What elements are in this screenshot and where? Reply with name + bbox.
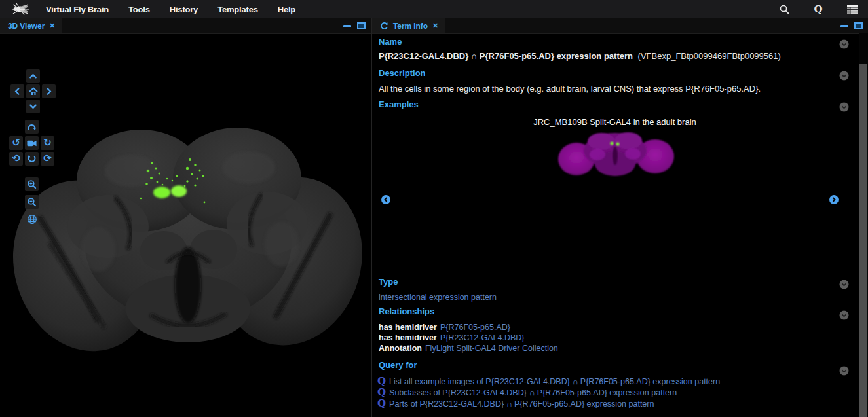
zoom-out-button[interactable] <box>25 195 39 209</box>
relationship-link[interactable]: P{R76F05-p65.AD} <box>440 323 510 332</box>
query-link[interactable]: Subclasses of P{R23C12-GAL4.DBD} ∩ P{R76… <box>389 388 677 397</box>
pan-left-button[interactable] <box>10 84 24 98</box>
term-info-content: Name P{R23C12-GAL4.DBD} ∩ P{R76F05-p65.A… <box>372 33 868 417</box>
viewer-panel: 3D Viewer ✕ <box>0 18 372 417</box>
collapse-chevron-icon[interactable] <box>839 71 849 81</box>
section-heading-query-for: Query for <box>379 360 417 370</box>
relationship-label: Annotation <box>379 344 422 353</box>
section-heading-description: Description <box>379 68 426 78</box>
viewer-tabbar: 3D Viewer ✕ <box>0 18 371 34</box>
maximize-icon[interactable] <box>357 22 366 29</box>
example-image-caption: JRC_MB109B Split-GAL4 in the adult brain <box>372 117 858 127</box>
zoom-in-button[interactable] <box>25 177 39 191</box>
menu-item-history[interactable]: History <box>170 5 198 14</box>
section-heading-name: Name <box>379 37 402 46</box>
relationship-row: has hemidriverP{R76F05-p65.AD} <box>379 323 510 332</box>
term-name-id: (VFBexp_FBtp0099469FBtp0099561) <box>638 51 781 61</box>
close-icon[interactable]: ✕ <box>49 22 55 29</box>
term-name-value: P{R23C12-GAL4.DBD} ∩ P{R76F05-p65.AD} ex… <box>379 51 781 61</box>
history-icon[interactable] <box>380 22 388 30</box>
menu-item-tools[interactable]: Tools <box>128 5 150 14</box>
carousel-prev-icon[interactable] <box>381 195 390 204</box>
query-icon[interactable]: Q <box>812 3 825 16</box>
rotate-left-button[interactable]: ↺ <box>9 136 23 150</box>
camera-button[interactable] <box>25 136 39 150</box>
minimize-icon[interactable] <box>840 25 848 27</box>
query-row: Q List all example images of P{R23C12-GA… <box>377 376 720 386</box>
collapse-chevron-icon[interactable] <box>839 102 849 112</box>
globe-button[interactable] <box>25 212 39 226</box>
section-heading-relationships: Relationships <box>379 306 434 316</box>
rotate-right-button[interactable]: ↻ <box>41 136 54 150</box>
relationship-link[interactable]: P{R23C12-GAL4.DBD} <box>440 333 525 342</box>
pan-right-button[interactable] <box>42 84 56 98</box>
fly-logo-icon[interactable] <box>9 1 31 17</box>
pan-up-button[interactable] <box>26 69 40 83</box>
query-link[interactable]: List all example images of P{R23C12-GAL4… <box>389 377 720 386</box>
section-heading-examples: Examples <box>379 100 419 109</box>
collapse-chevron-icon[interactable] <box>839 39 849 49</box>
pan-down-button[interactable] <box>26 100 40 113</box>
viewer-tab-label: 3D Viewer <box>8 22 45 31</box>
close-icon[interactable]: ✕ <box>432 22 438 29</box>
scrollbar-thumb[interactable] <box>859 64 867 417</box>
relationship-link[interactable]: FlyLight Split-GAL4 Driver Collection <box>425 344 558 353</box>
query-icon[interactable]: Q <box>377 399 386 408</box>
query-row: Q Parts of P{R23C12-GAL4.DBD} ∩ P{R76F05… <box>377 399 654 408</box>
example-image[interactable] <box>557 128 675 179</box>
main-menu: Virtual Fly Brain Tools History Template… <box>46 5 295 14</box>
section-heading-type: Type <box>379 277 398 287</box>
tab-term-info[interactable]: Term Info ✕ <box>372 18 445 33</box>
term-name-bold: P{R23C12-GAL4.DBD} ∩ P{R76F05-p65.AD} ex… <box>379 51 633 61</box>
term-info-panel: Term Info ✕ Name P{R23C12-GAL4.DBD} ∩ P{… <box>372 18 868 417</box>
term-description: All the cells in some region of the body… <box>379 84 761 94</box>
minimize-icon[interactable] <box>343 25 351 27</box>
menu-item-help[interactable]: Help <box>278 5 295 14</box>
collapse-chevron-icon[interactable] <box>839 310 849 320</box>
maximize-icon[interactable] <box>854 22 863 29</box>
vfb-app: Virtual Fly Brain Tools History Template… <box>0 0 868 417</box>
relationship-row: has hemidriverP{R23C12-GAL4.DBD} <box>379 333 524 342</box>
relationship-row: AnnotationFlyLight Split-GAL4 Driver Col… <box>379 344 558 353</box>
rotate-down-button[interactable] <box>25 152 39 166</box>
collapse-chevron-icon[interactable] <box>839 366 849 376</box>
term-info-tabbar: Term Info ✕ <box>372 18 868 34</box>
type-link[interactable]: intersectional expression pattern <box>379 293 497 302</box>
scrollbar-track[interactable] <box>859 33 868 417</box>
relationship-label: has hemidriver <box>379 333 437 342</box>
term-info-tab-label: Term Info <box>393 22 428 31</box>
home-button[interactable] <box>26 84 40 98</box>
tab-3d-viewer[interactable]: 3D Viewer ✕ <box>0 18 62 33</box>
carousel-next-icon[interactable] <box>829 195 839 204</box>
collapse-chevron-icon[interactable] <box>839 280 849 289</box>
query-row: Q Subclasses of P{R23C12-GAL4.DBD} ∩ P{R… <box>377 388 677 397</box>
relationship-label: has hemidriver <box>379 323 437 332</box>
roll-left-button[interactable]: ⟲ <box>9 152 23 166</box>
rotate-y-button[interactable] <box>25 120 39 134</box>
roll-right-button[interactable]: ⟳ <box>41 152 54 166</box>
search-icon[interactable] <box>778 3 791 16</box>
query-link[interactable]: Parts of P{R23C12-GAL4.DBD} ∩ P{R76F05-p… <box>389 399 654 408</box>
query-icon[interactable]: Q <box>377 388 386 397</box>
menu-bar: Virtual Fly Brain Tools History Template… <box>0 0 868 18</box>
list-icon[interactable] <box>846 3 859 16</box>
query-icon[interactable]: Q <box>377 376 386 386</box>
menu-item-templates[interactable]: Templates <box>217 5 258 14</box>
menu-item-virtual-fly-brain[interactable]: Virtual Fly Brain <box>46 5 109 14</box>
